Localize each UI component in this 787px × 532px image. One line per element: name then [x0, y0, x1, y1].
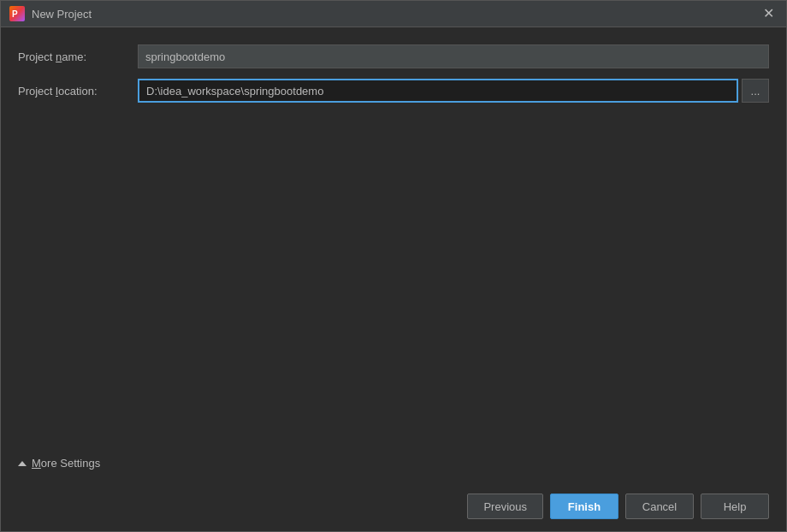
dialog-footer: Previous Finish Cancel Help — [1, 485, 786, 531]
title-bar-left: P New Project — [9, 6, 92, 21]
dialog-content: Project name: Project location: ... More… — [1, 27, 786, 485]
more-settings-label: More Settings — [32, 457, 100, 470]
more-settings-arrow-icon — [18, 461, 27, 466]
cancel-button[interactable]: Cancel — [625, 494, 694, 519]
content-spacer — [18, 113, 769, 450]
more-settings-toggle[interactable]: More Settings — [18, 450, 769, 476]
title-bar: P New Project ✕ — [1, 1, 786, 27]
project-name-input[interactable] — [138, 44, 769, 68]
dialog-title: New Project — [32, 8, 92, 21]
location-row: ... — [138, 79, 769, 103]
help-button[interactable]: Help — [701, 494, 769, 519]
finish-button[interactable]: Finish — [550, 494, 618, 519]
new-project-dialog: P New Project ✕ Project name: Project lo… — [0, 0, 787, 532]
project-name-label: Project name: — [18, 50, 138, 63]
previous-button[interactable]: Previous — [467, 494, 543, 519]
project-location-row: Project location: ... — [18, 79, 769, 103]
close-button[interactable]: ✕ — [760, 7, 778, 21]
project-location-label: Project location: — [18, 85, 138, 98]
browse-button[interactable]: ... — [742, 79, 769, 103]
project-name-row: Project name: — [18, 44, 769, 68]
svg-text:P: P — [12, 9, 18, 19]
project-location-input[interactable] — [138, 79, 738, 103]
intellij-icon: P — [9, 6, 25, 21]
